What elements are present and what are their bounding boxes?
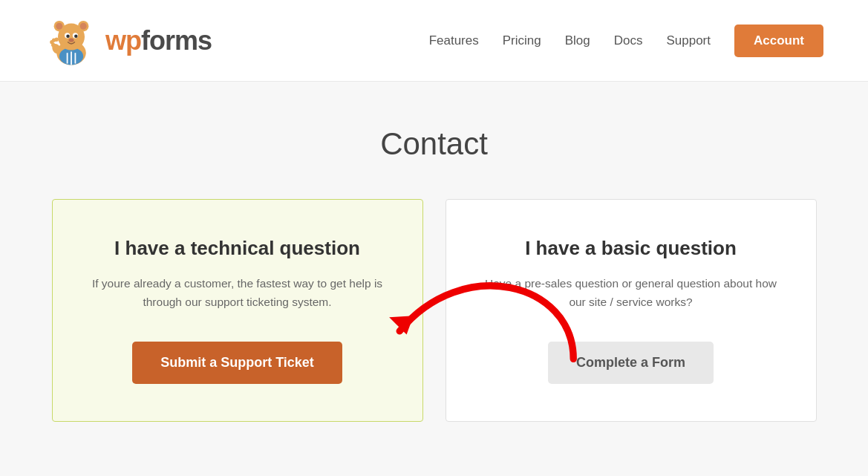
nav-support[interactable]: Support — [666, 33, 711, 48]
main-content: Contact I have a technical question If y… — [26, 82, 843, 476]
complete-form-button[interactable]: Complete a Form — [548, 342, 714, 384]
card-right-description: Have a pre-sales question or general que… — [476, 275, 786, 312]
card-right-heading: I have a basic question — [476, 237, 786, 260]
page-title: Contact — [48, 126, 820, 162]
card-left-description: If youre already a customer, the fastest… — [82, 275, 393, 312]
svg-point-12 — [66, 34, 70, 38]
submit-ticket-button[interactable]: Submit a Support Ticket — [132, 342, 342, 384]
bear-mascot-icon — [45, 14, 98, 68]
svg-point-8 — [56, 22, 62, 29]
nav-pricing[interactable]: Pricing — [503, 33, 541, 48]
site-header: wpforms Features Pricing Blog Docs Suppo… — [0, 0, 868, 82]
svg-point-19 — [55, 37, 59, 41]
contact-cards: I have a technical question If youre alr… — [48, 199, 820, 422]
nav-docs[interactable]: Docs — [614, 33, 643, 48]
nav-blog[interactable]: Blog — [565, 33, 590, 48]
technical-question-card: I have a technical question If youre alr… — [52, 199, 423, 422]
logo-text: wpforms — [105, 25, 212, 56]
logo: wpforms — [45, 14, 212, 68]
svg-point-13 — [74, 34, 78, 38]
basic-question-card: I have a basic question Have a pre-sales… — [446, 199, 817, 422]
svg-point-9 — [80, 22, 87, 29]
main-nav: Features Pricing Blog Docs Support Accou… — [429, 25, 823, 57]
nav-features[interactable]: Features — [429, 33, 479, 48]
svg-point-14 — [68, 38, 74, 42]
card-left-heading: I have a technical question — [82, 237, 393, 260]
account-button[interactable]: Account — [734, 25, 823, 57]
